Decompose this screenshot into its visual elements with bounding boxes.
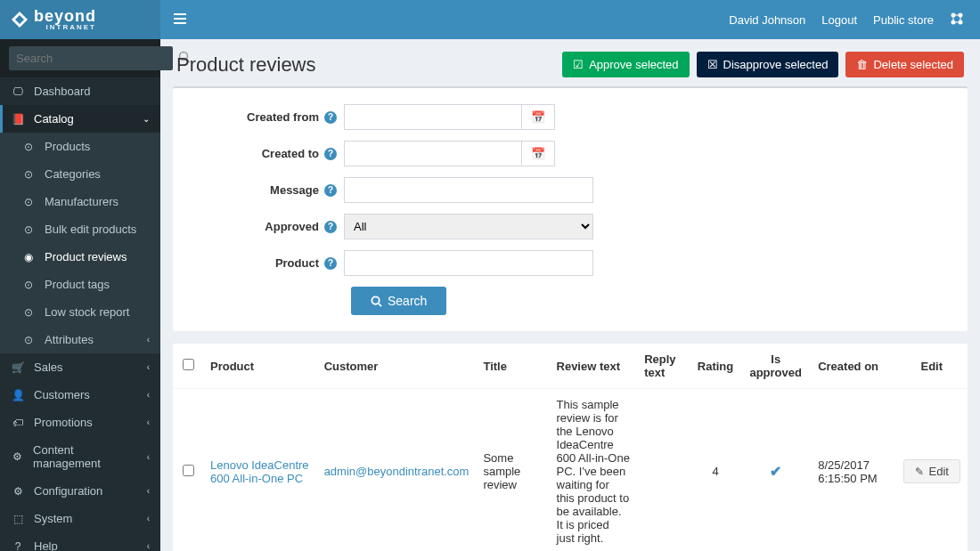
- approve-selected-button[interactable]: ☑ Approve selected: [562, 52, 689, 77]
- menu-icon: 📕: [11, 113, 25, 126]
- chevron-left-icon: ‹: [147, 362, 150, 372]
- help-icon[interactable]: ?: [324, 221, 337, 233]
- filter-created-from-row: Created from? 📅: [184, 104, 957, 130]
- chevron-left-icon: ‹: [147, 541, 150, 551]
- sidebar-item-help[interactable]: ?Help‹: [0, 532, 160, 551]
- svg-point-7: [372, 296, 379, 304]
- menu-icon: 🖵: [11, 85, 25, 98]
- created-to-input[interactable]: [344, 141, 522, 166]
- circle-icon: ⊙: [21, 168, 36, 181]
- circle-icon: ◉: [21, 251, 36, 263]
- edit-button[interactable]: ✎ Edit: [903, 459, 960, 483]
- sidebar-subitem-products[interactable]: ⊙Products: [0, 133, 160, 160]
- page-actions: ☑ Approve selected ☒ Disapprove selected…: [562, 52, 964, 77]
- chevron-down-icon: ⌄: [143, 114, 150, 124]
- created-from-input[interactable]: [344, 104, 522, 130]
- reviews-table-panel: Product Customer Title Review text Reply…: [173, 344, 968, 551]
- approved-select[interactable]: All: [344, 214, 593, 239]
- sidebar-subitem-bulk-edit-products[interactable]: ⊙Bulk edit products: [0, 215, 160, 243]
- page-header: Product reviews ☑ Approve selected ☒ Dis…: [160, 39, 980, 86]
- sidebar-item-configuration[interactable]: ⚙Configuration‹: [0, 477, 160, 505]
- menu-icon: 🛒: [11, 361, 25, 374]
- sidebar-menu: 🖵Dashboard📕Catalog⌄⊙Products⊙Categories⊙…: [0, 77, 160, 551]
- logout-link[interactable]: Logout: [821, 13, 857, 27]
- row-checkbox[interactable]: [183, 465, 194, 476]
- calendar-icon[interactable]: 📅: [522, 141, 555, 166]
- filter-panel: Created from? 📅 Created to? 📅 Message? A…: [173, 86, 968, 331]
- approved-check-icon: ✔: [770, 464, 781, 479]
- title-cell: Some sample review: [476, 389, 549, 552]
- circle-icon: ⊙: [21, 279, 36, 291]
- search-button[interactable]: Search: [351, 287, 446, 315]
- sidebar-item-catalog[interactable]: 📕Catalog⌄: [0, 105, 160, 133]
- help-icon[interactable]: ?: [324, 257, 337, 270]
- help-icon[interactable]: ?: [324, 148, 337, 160]
- delete-selected-button[interactable]: 🗑 Delete selected: [845, 52, 964, 77]
- topbar: beyond INTRANET David Johnson Logout Pub…: [0, 0, 980, 39]
- review-cell: This sample review is for the Lenovo Ide…: [550, 389, 638, 552]
- chevron-left-icon: ‹: [147, 390, 150, 400]
- sidebar-item-promotions[interactable]: 🏷Promotions‹: [0, 409, 160, 436]
- col-approved: Is approved: [740, 344, 811, 389]
- chevron-left-icon: ‹: [147, 452, 150, 462]
- product-input[interactable]: [344, 250, 593, 276]
- help-icon[interactable]: ?: [324, 184, 337, 197]
- menu-icon: 🏷: [11, 417, 25, 429]
- x-icon: ☒: [707, 58, 718, 71]
- sidebar-search-input[interactable]: [9, 46, 173, 70]
- sidebar: 🖵Dashboard📕Catalog⌄⊙Products⊙Categories⊙…: [0, 39, 160, 551]
- brand-name: beyond: [34, 8, 96, 24]
- col-edit: Edit: [896, 344, 968, 389]
- public-store-link[interactable]: Public store: [873, 13, 934, 27]
- settings-icon[interactable]: [950, 12, 964, 28]
- circle-icon: ⊙: [21, 223, 36, 236]
- approved-label: Approved?: [184, 220, 344, 233]
- calendar-icon[interactable]: 📅: [522, 104, 555, 130]
- sidebar-search: [0, 39, 160, 77]
- product-link[interactable]: Lenovo IdeaCentre 600 All-in-One PC: [210, 458, 309, 485]
- rating-cell: 4: [690, 389, 740, 552]
- reply-cell: [637, 389, 690, 552]
- col-reply: Reply text: [637, 344, 690, 389]
- page-title: Product reviews: [176, 53, 316, 77]
- disapprove-selected-button[interactable]: ☒ Disapprove selected: [697, 52, 839, 77]
- message-label: Message?: [184, 183, 344, 197]
- sidebar-item-customers[interactable]: 👤Customers‹: [0, 381, 160, 409]
- sidebar-item-dashboard[interactable]: 🖵Dashboard: [0, 77, 160, 105]
- pencil-icon: ✎: [915, 466, 924, 478]
- sidebar-subitem-categories[interactable]: ⊙Categories: [0, 160, 160, 188]
- menu-icon: 👤: [11, 389, 25, 401]
- chevron-left-icon: ‹: [147, 417, 150, 427]
- filter-approved-row: Approved? All: [184, 214, 957, 239]
- col-created: Created on: [811, 344, 895, 389]
- trash-icon: 🗑: [856, 58, 868, 71]
- sidebar-subitem-manufacturers[interactable]: ⊙Manufacturers: [0, 188, 160, 215]
- circle-icon: ⊙: [21, 334, 36, 346]
- created-from-label: Created from?: [184, 110, 344, 124]
- sidebar-subitem-product-reviews[interactable]: ◉Product reviews: [0, 243, 160, 271]
- col-rating: Rating: [690, 344, 740, 389]
- sidebar-item-system[interactable]: ⬚System‹: [0, 505, 160, 532]
- user-name[interactable]: David Johnson: [729, 13, 805, 27]
- sidebar-toggle[interactable]: [160, 13, 200, 27]
- col-title: Title: [476, 344, 549, 389]
- message-input[interactable]: [344, 177, 593, 203]
- sidebar-subitem-attributes[interactable]: ⊙Attributes‹: [0, 326, 160, 353]
- customer-link[interactable]: admin@beyondintranet.com: [324, 465, 470, 478]
- sidebar-subitem-product-tags[interactable]: ⊙Product tags: [0, 271, 160, 298]
- top-right-nav: David Johnson Logout Public store: [729, 12, 980, 28]
- sidebar-subitem-low-stock-report[interactable]: ⊙Low stock report: [0, 298, 160, 326]
- product-label: Product?: [184, 256, 344, 270]
- select-all-checkbox[interactable]: [183, 359, 194, 370]
- chevron-left-icon: ‹: [147, 514, 150, 523]
- hamburger-icon: [174, 13, 186, 24]
- brand-icon: [11, 11, 29, 28]
- help-icon[interactable]: ?: [324, 111, 337, 124]
- chevron-left-icon: ‹: [147, 335, 150, 344]
- sidebar-item-sales[interactable]: 🛒Sales‹: [0, 353, 160, 381]
- sidebar-item-content-management[interactable]: ⚙Content management‹: [0, 436, 160, 477]
- filter-message-row: Message?: [184, 177, 957, 203]
- menu-icon: ⬚: [11, 513, 25, 525]
- brand-logo[interactable]: beyond INTRANET: [0, 0, 160, 39]
- circle-icon: ⊙: [21, 196, 36, 208]
